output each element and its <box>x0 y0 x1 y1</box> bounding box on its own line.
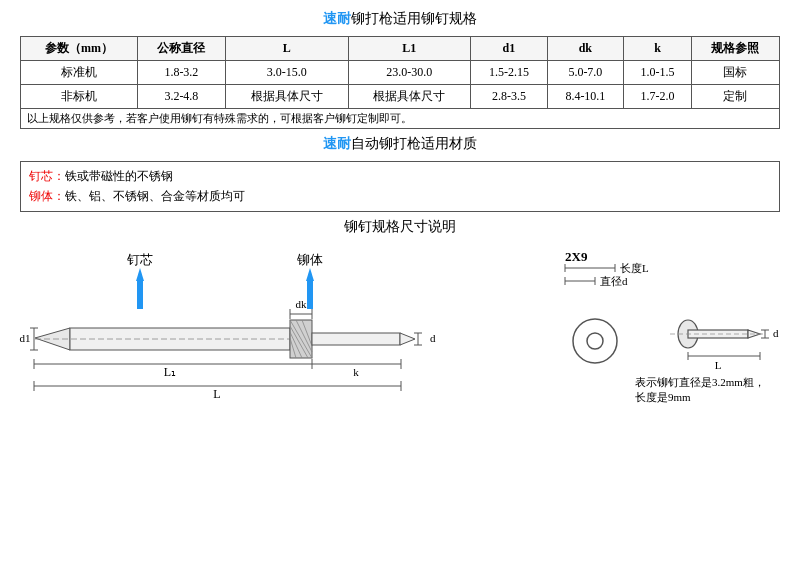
material-line-2: 铆体：铁、铝、不锈钢、合金等材质均可 <box>29 186 771 206</box>
svg-text:表示铆钉直径是3.2mm粗，: 表示铆钉直径是3.2mm粗， <box>635 376 765 388</box>
svg-text:d: d <box>773 327 779 339</box>
svg-rect-16 <box>312 333 400 345</box>
diagram-section: 钉芯 铆体 <box>20 246 780 446</box>
svg-text:铆体: 铆体 <box>296 252 323 267</box>
material-box: 钉芯：铁或带磁性的不锈钢 铆体：铁、铝、不锈钢、合金等材质均可 <box>20 161 780 212</box>
svg-marker-1 <box>136 268 144 281</box>
col-header-6: k <box>624 37 692 61</box>
table-cell: 标准机 <box>21 61 138 85</box>
page: 速耐铆打枪适用铆钉规格 参数（mm） 公称直径 L L1 d1 dk k 规格参… <box>0 0 800 570</box>
table-cell: 根据具体尺寸 <box>225 85 348 109</box>
table-note-row: 以上规格仅供参考，若客户使用铆钉有特殊需求的，可根据客户铆钉定制即可。 <box>21 109 780 129</box>
section-title-1: 速耐铆打枪适用铆钉规格 <box>20 10 780 28</box>
table-cell: 5.0-7.0 <box>547 61 623 85</box>
brand-1: 速耐 <box>323 11 351 26</box>
table-row: 标准机1.8-3.23.0-15.023.0-30.01.5-2.155.0-7… <box>21 61 780 85</box>
material-value-2: 铁、铝、不锈钢、合金等材质均可 <box>65 189 245 203</box>
table-cell: 1.7-2.0 <box>624 85 692 109</box>
table-cell: 3.0-15.0 <box>225 61 348 85</box>
section-title-2: 速耐自动铆打枪适用材质 <box>20 135 780 153</box>
col-header-1: 公称直径 <box>137 37 225 61</box>
material-value-1: 铁或带磁性的不锈钢 <box>65 169 173 183</box>
table-row: 非标机3.2-4.8根据具体尺寸根据具体尺寸2.8-3.58.4-10.11.7… <box>21 85 780 109</box>
col-header-4: d1 <box>471 37 547 61</box>
diagram-right: 2X9 长度L 直径d <box>560 246 780 446</box>
svg-text:d: d <box>430 332 436 344</box>
table-cell: 1.0-1.5 <box>624 61 692 85</box>
table-cell: 2.8-3.5 <box>471 85 547 109</box>
table-header-row: 参数（mm） 公称直径 L L1 d1 dk k 规格参照 <box>21 37 780 61</box>
title2-text: 自动铆打枪适用材质 <box>351 136 477 151</box>
table-cell: 定制 <box>691 85 779 109</box>
material-label-2: 铆体： <box>29 189 65 203</box>
rivet-code-diagram: 2X9 长度L 直径d <box>560 246 780 441</box>
table-cell: 1.8-3.2 <box>137 61 225 85</box>
diagram-left: 钉芯 铆体 <box>20 246 552 446</box>
svg-point-51 <box>587 333 603 349</box>
svg-marker-4 <box>306 268 314 281</box>
svg-text:L₁: L₁ <box>164 365 176 379</box>
svg-text:L: L <box>213 387 220 401</box>
title1-text: 铆打枪适用铆钉规格 <box>351 11 477 26</box>
svg-text:d1: d1 <box>20 332 31 344</box>
col-header-0: 参数（mm） <box>21 37 138 61</box>
table-cell: 3.2-4.8 <box>137 85 225 109</box>
col-header-3: L1 <box>348 37 471 61</box>
svg-text:2X9: 2X9 <box>565 249 588 264</box>
col-header-2: L <box>225 37 348 61</box>
svg-text:钉芯: 钉芯 <box>126 252 153 267</box>
table-note: 以上规格仅供参考，若客户使用铆钉有特殊需求的，可根据客户铆钉定制即可。 <box>21 109 780 129</box>
svg-text:L: L <box>715 359 722 371</box>
spec-table: 参数（mm） 公称直径 L L1 d1 dk k 规格参照 标准机1.8-3.2… <box>20 36 780 129</box>
svg-text:k: k <box>353 366 359 378</box>
title3-text: 铆钉规格尺寸说明 <box>344 219 456 234</box>
rivet-diagram-svg: 钉芯 铆体 <box>20 246 500 441</box>
svg-text:长度是9mm: 长度是9mm <box>635 391 691 403</box>
material-line-1: 钉芯：铁或带磁性的不锈钢 <box>29 166 771 186</box>
svg-text:长度L: 长度L <box>620 262 649 274</box>
material-label-1: 钉芯： <box>29 169 65 183</box>
col-header-5: dk <box>547 37 623 61</box>
table-cell: 1.5-2.15 <box>471 61 547 85</box>
section-title-3: 铆钉规格尺寸说明 <box>20 218 780 236</box>
svg-text:直径d: 直径d <box>600 275 628 287</box>
table-cell: 非标机 <box>21 85 138 109</box>
svg-text:dk: dk <box>296 298 308 310</box>
svg-rect-5 <box>307 281 313 309</box>
table-cell: 根据具体尺寸 <box>348 85 471 109</box>
svg-marker-17 <box>400 333 415 345</box>
svg-rect-2 <box>137 281 143 309</box>
table-cell: 国标 <box>691 61 779 85</box>
svg-point-50 <box>573 319 617 363</box>
table-cell: 8.4-10.1 <box>547 85 623 109</box>
table-cell: 23.0-30.0 <box>348 61 471 85</box>
col-header-7: 规格参照 <box>691 37 779 61</box>
brand-2: 速耐 <box>323 136 351 151</box>
